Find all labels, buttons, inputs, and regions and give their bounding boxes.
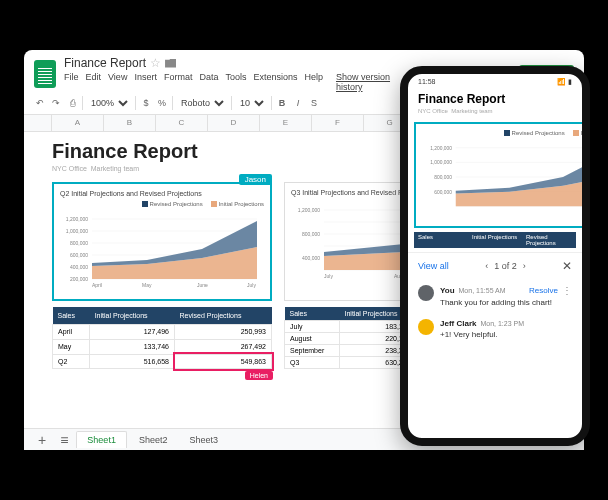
menu-file[interactable]: File — [64, 72, 79, 92]
svg-text:1,200,000: 1,200,000 — [430, 146, 452, 151]
view-all-link[interactable]: View all — [418, 261, 449, 271]
svg-text:400,000: 400,000 — [70, 264, 88, 270]
svg-text:June: June — [197, 282, 208, 288]
resolve-button[interactable]: Resolve — [529, 286, 558, 295]
svg-text:1,200,000: 1,200,000 — [298, 207, 320, 213]
comment-time: Mon, 11:55 AM — [459, 287, 506, 294]
column-header[interactable]: F — [312, 115, 364, 131]
move-folder-icon[interactable] — [165, 59, 176, 68]
table-header: Sales — [53, 307, 90, 324]
svg-text:800,000: 800,000 — [302, 231, 320, 237]
comment-text: +1! Very helpful. — [440, 330, 572, 339]
menu-tools[interactable]: Tools — [225, 72, 246, 92]
bold-icon[interactable]: B — [276, 96, 288, 110]
svg-text:800,000: 800,000 — [434, 175, 452, 180]
cursor-tag-jason: Jason — [239, 174, 272, 185]
svg-text:July: July — [247, 282, 256, 288]
sheet-tab[interactable]: Sheet3 — [179, 432, 228, 448]
font-size-select[interactable]: 10 — [236, 97, 267, 109]
column-header[interactable]: A — [52, 115, 104, 131]
sheet-tab[interactable]: Sheet1 — [76, 431, 127, 448]
table-header: Revised Projections — [175, 307, 272, 324]
phone-doc-subtitle: NYC Office Marketing team — [408, 108, 582, 118]
font-select[interactable]: Roboto — [177, 97, 227, 109]
svg-text:May: May — [142, 282, 152, 288]
svg-text:1,200,000: 1,200,000 — [66, 216, 88, 222]
avatar — [418, 319, 434, 335]
menu-data[interactable]: Data — [199, 72, 218, 92]
table-row: May 133,746 267,492 — [53, 339, 272, 354]
table-row: Q2 516,658 549,863 Helen — [53, 354, 272, 369]
chevron-left-icon[interactable]: ‹ — [485, 261, 488, 271]
svg-text:Sales: Sales — [167, 288, 180, 289]
sheets-logo-icon — [34, 60, 56, 88]
comment-time: Mon, 1:23 PM — [480, 320, 524, 327]
phone-doc-title: Finance Report — [408, 90, 582, 108]
all-sheets-icon[interactable]: ≡ — [54, 432, 74, 448]
svg-text:600,000: 600,000 — [70, 252, 88, 258]
undo-icon[interactable]: ↶ — [34, 96, 46, 110]
zoom-select[interactable]: 100% — [87, 97, 131, 109]
close-icon[interactable]: ✕ — [562, 259, 572, 273]
print-icon[interactable]: ⎙ — [66, 96, 78, 110]
comment-item: Jeff Clark Mon, 1:23 PM +1! Very helpful… — [408, 313, 582, 345]
column-header[interactable]: B — [104, 115, 156, 131]
svg-text:200,000: 200,000 — [70, 276, 88, 282]
menu-help[interactable]: Help — [304, 72, 323, 92]
menu-bar: File Edit View Insert Format Data Tools … — [64, 72, 417, 92]
add-sheet-button[interactable]: + — [32, 432, 52, 448]
mobile-preview: 11:58 📶 ▮ Finance Report NYC Office Mark… — [400, 66, 590, 446]
select-all-corner[interactable] — [24, 115, 52, 131]
pager-text: 1 of 2 — [494, 261, 517, 271]
menu-edit[interactable]: Edit — [86, 72, 102, 92]
phone-chart[interactable]: Jason Revised Projections Initial Projec… — [414, 122, 590, 228]
comment-author: Jeff Clark — [440, 319, 476, 328]
area-chart-svg: 1,200,000 1,000,000 800,000 600,000 400,… — [60, 209, 264, 289]
phone-status-bar: 11:58 📶 ▮ — [408, 74, 582, 90]
menu-insert[interactable]: Insert — [134, 72, 157, 92]
italic-icon[interactable]: I — [292, 96, 304, 110]
svg-text:400,000: 400,000 — [302, 255, 320, 261]
comment-author: You — [440, 286, 455, 295]
cursor-tag-helen: Helen — [245, 371, 273, 380]
sheet-tab[interactable]: Sheet2 — [129, 432, 178, 448]
comment-item: You Mon, 11:55 AM Resolve ⋮ Thank you fo… — [408, 279, 582, 313]
chart-title: Q2 Initial Projections and Revised Proje… — [60, 190, 264, 197]
table-header: Initial Projections — [90, 307, 175, 324]
q2-chart[interactable]: Jason Q2 Initial Projections and Revised… — [52, 182, 272, 301]
svg-text:800,000: 800,000 — [70, 240, 88, 246]
svg-text:1,000,000: 1,000,000 — [430, 161, 452, 166]
svg-text:April: April — [92, 282, 102, 288]
q2-table[interactable]: Sales Initial Projections Revised Projec… — [52, 307, 272, 369]
menu-format[interactable]: Format — [164, 72, 193, 92]
svg-text:July: July — [324, 273, 333, 279]
avatar — [418, 285, 434, 301]
star-icon[interactable]: ☆ — [150, 56, 161, 70]
chevron-right-icon[interactable]: › — [523, 261, 526, 271]
area-chart-svg: 1,200,000 1,000,000 800,000 600,000 — [422, 138, 590, 216]
chart-legend: Revised Projections Initial Projections — [422, 130, 590, 136]
chart-legend: Revised Projections Initial Projections — [60, 201, 264, 207]
strike-icon[interactable]: S — [308, 96, 320, 110]
menu-view[interactable]: View — [108, 72, 127, 92]
signal-icon: 📶 ▮ — [557, 78, 572, 86]
svg-text:600,000: 600,000 — [434, 190, 452, 195]
currency-icon[interactable]: $ — [140, 96, 152, 110]
document-title[interactable]: Finance Report — [64, 56, 146, 70]
column-header[interactable]: E — [260, 115, 312, 131]
percent-icon[interactable]: % — [156, 96, 168, 110]
comment-pager: ‹ 1 of 2 › — [485, 261, 526, 271]
comment-text: Thank you for adding this chart! — [440, 298, 572, 307]
table-row: April 127,496 250,993 — [53, 324, 272, 339]
more-icon[interactable]: ⋮ — [562, 285, 572, 296]
redo-icon[interactable]: ↷ — [50, 96, 62, 110]
table-header: Sales — [285, 307, 340, 321]
phone-table-header: Sales Initial Projections Revised Projec… — [414, 232, 576, 248]
column-header[interactable]: C — [156, 115, 208, 131]
menu-extensions[interactable]: Extensions — [253, 72, 297, 92]
svg-text:1,000,000: 1,000,000 — [66, 228, 88, 234]
column-header[interactable]: D — [208, 115, 260, 131]
